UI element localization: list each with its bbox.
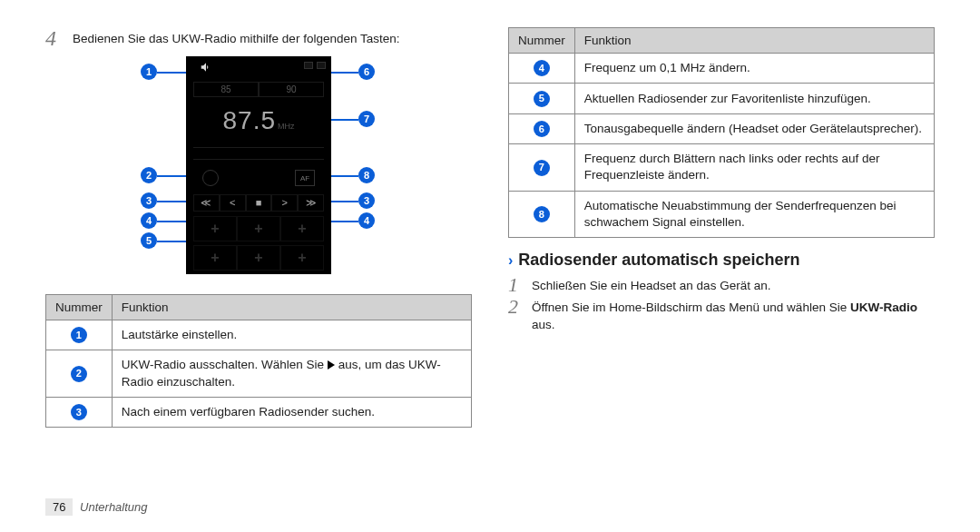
table-row: 3 Nach einem verfügbaren Radiosender suc… (46, 397, 472, 427)
seek-back-icon: < (220, 194, 246, 212)
table-row: 8 Automatische Neuabstimmung der Senderf… (509, 191, 935, 237)
sub-step-2: 2 Öffnen Sie im Home-Bildschirm das Menü… (508, 297, 935, 334)
phone-status-icons (304, 62, 326, 69)
row-text-2: UKW-Radio ausschalten. Wählen Sie aus, u… (112, 350, 471, 397)
table-row: 4 Frequenz um 0,1 MHz ändern. (509, 54, 935, 84)
step-4: 4 Bedienen Sie das UKW-Radio mithilfe de… (45, 27, 472, 49)
row-text-8: Automatische Neuabstimmung der Senderfre… (574, 191, 934, 237)
annot-6: 6 (358, 64, 375, 80)
annot-5: 5 (141, 232, 157, 249)
row-text-3: Nach einem verfügbaren Radiosender suche… (112, 397, 471, 427)
col-number: Nummer (509, 28, 575, 54)
annot-3-right: 3 (358, 192, 375, 209)
plus-icon: + (237, 216, 280, 241)
left-column: 4 Bedienen Sie das UKW-Radio mithilfe de… (45, 27, 472, 428)
preset-b: 90 (259, 82, 324, 97)
frequency-dial (193, 147, 324, 160)
phone-annotation-wrap: 1 2 3 4 5 6 7 8 3 4 (86, 56, 431, 283)
playback-controls: ≪ < ■ > ≫ (193, 194, 324, 212)
row-badge-2: 2 (71, 366, 87, 382)
sub-step-number-2: 2 (508, 297, 524, 317)
annot-8: 8 (358, 167, 375, 183)
plus-icon: + (280, 245, 324, 271)
col-number: Nummer (46, 295, 113, 320)
row-badge-3: 3 (71, 404, 87, 420)
annot-7: 7 (358, 111, 375, 127)
page-columns: 4 Bedienen Sie das UKW-Radio mithilfe de… (45, 27, 935, 428)
right-column: Nummer Funktion 4 Frequenz um 0,1 MHz än… (508, 27, 935, 428)
section-name: Unterhaltung (80, 500, 147, 514)
row-badge-7: 7 (534, 160, 550, 176)
stop-icon: ■ (246, 194, 272, 212)
col-function: Funktion (574, 28, 934, 54)
plus-icon: + (280, 216, 324, 241)
left-function-table: Nummer Funktion 1 Lautstärke einstellen.… (45, 294, 472, 428)
chevron-right-icon: › (508, 252, 513, 269)
phone-mockup: 85 90 87.5MHz AF ≪ < ■ > ≫ + + (186, 56, 331, 274)
frequency-display: 87.5MHz (186, 106, 331, 135)
plus-icon: + (193, 245, 237, 271)
section-title: Radiosender automatisch speichern (518, 251, 799, 270)
page-footer: 76 Unterhaltung (45, 498, 148, 516)
table-row: 2 UKW-Radio ausschalten. Wählen Sie aus,… (46, 350, 472, 397)
table-header-row: Nummer Funktion (509, 28, 935, 54)
table-row: 6 Tonausgabequelle ändern (Headset oder … (509, 113, 935, 143)
row-text-6: Tonausgabequelle ändern (Headset oder Ge… (574, 113, 934, 143)
row-text-7: Frequenz durch Blättern nach links oder … (574, 144, 934, 191)
sub-step-1-text: Schließen Sie ein Headset an das Gerät a… (532, 275, 770, 295)
annot-4-right: 4 (358, 212, 375, 229)
annot-1: 1 (141, 64, 157, 80)
preset-row-2: + + + (193, 245, 324, 271)
plus-icon: + (193, 216, 237, 241)
page-number: 76 (45, 498, 73, 516)
section-heading: › Radiosender automatisch speichern (508, 251, 935, 270)
annot-3-left: 3 (141, 192, 157, 209)
table-row: 1 Lautstärke einstellen. (46, 320, 472, 350)
step-4-text: Bedienen Sie das UKW-Radio mithilfe der … (73, 27, 399, 47)
seek-fwd-icon: > (271, 194, 298, 212)
row-badge-5: 5 (534, 91, 550, 107)
sub-step-2-text: Öffnen Sie im Home-Bildschirm das Menü u… (532, 297, 935, 334)
row-badge-8: 8 (534, 206, 550, 222)
record-indicator (202, 170, 219, 186)
play-icon (328, 360, 335, 369)
row-badge-4: 4 (534, 60, 550, 76)
preset-a: 85 (193, 82, 259, 97)
row-text-4: Frequenz um 0,1 MHz ändern. (574, 54, 934, 84)
row-badge-1: 1 (71, 327, 87, 343)
seek-back-fast-icon: ≪ (193, 194, 220, 212)
volume-icon (199, 62, 213, 73)
row-text-1: Lautstärke einstellen. (112, 320, 471, 350)
col-function: Funktion (112, 295, 471, 320)
right-function-table: Nummer Funktion 4 Frequenz um 0,1 MHz än… (508, 27, 935, 238)
table-row: 7 Frequenz durch Blättern nach links ode… (509, 144, 935, 191)
frequency-unit: MHz (278, 122, 295, 131)
annot-4-left: 4 (141, 212, 157, 229)
seek-fwd-fast-icon: ≫ (298, 194, 324, 212)
sub-step-number-1: 1 (508, 275, 524, 295)
preset-row-1: + + + (193, 216, 324, 241)
annot-2: 2 (141, 167, 157, 183)
phone-presets: 85 90 (193, 82, 324, 97)
ukw-radio-bold: UKW-Radio (850, 300, 917, 314)
frequency-value: 87.5 (223, 106, 277, 135)
step-number-4: 4 (45, 27, 65, 49)
table-row: 5 Aktuellen Radiosender zur Favoritenlis… (509, 84, 935, 113)
row-badge-6: 6 (534, 121, 550, 137)
sub-step-1: 1 Schließen Sie ein Headset an das Gerät… (508, 275, 935, 295)
af-indicator: AF (295, 170, 315, 186)
table-header-row: Nummer Funktion (46, 295, 472, 320)
plus-icon: + (237, 245, 280, 271)
row-text-5: Aktuellen Radiosender zur Favoritenliste… (574, 84, 934, 113)
